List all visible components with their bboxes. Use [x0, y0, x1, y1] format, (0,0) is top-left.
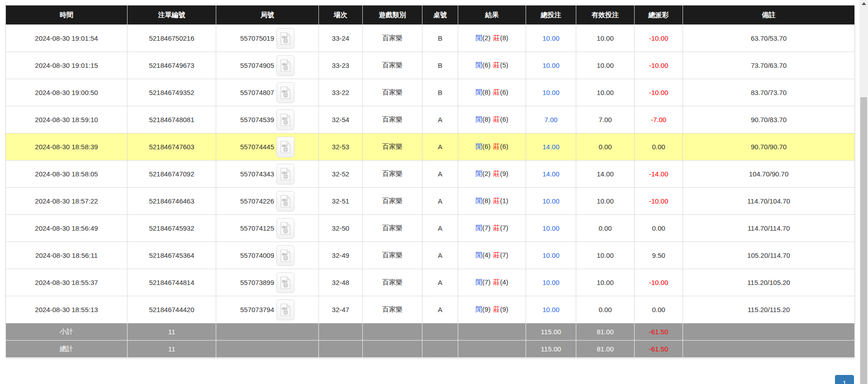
table-row: 2024-08-30 18:56:11521846745364557074009… [6, 242, 855, 269]
cell-session: 33-22 [319, 79, 363, 106]
summary-empty-result [458, 323, 526, 341]
summary-empty-game [363, 323, 422, 341]
cell-round: 557073899 [216, 269, 319, 296]
result-banker-score: (7) [500, 224, 508, 232]
summary-empty-remark [683, 341, 855, 358]
summary-total-payout: -61.50 [635, 341, 683, 358]
cell-bet-id: 521846749352 [128, 79, 216, 106]
result-banker-label: 莊 [493, 61, 500, 69]
cell-valid-bet: 0.00 [576, 296, 635, 323]
cell-total-bet: 14.00 [526, 133, 576, 161]
column-header-valid_bet: 有效投注 [576, 6, 635, 25]
result-player-score: (8) [482, 88, 490, 96]
cell-game-type: 百家樂 [363, 161, 422, 188]
cell-remark: 115.20/105.20 [683, 269, 855, 296]
scrollbar-up-arrow-icon[interactable] [859, 0, 868, 7]
round-number: 557074226 [240, 197, 274, 205]
cell-total-payout: -10.00 [635, 269, 683, 296]
column-header-remark: 備註 [683, 6, 855, 25]
result-banker-label: 莊 [493, 251, 500, 259]
round-number: 557073899 [240, 279, 274, 286]
cell-total-payout: -10.00 [635, 52, 683, 79]
result-player-score: (4) [482, 251, 490, 259]
result-banker-label: 莊 [493, 197, 500, 204]
cell-table-no: A [422, 161, 458, 188]
video-replay-button[interactable] [276, 191, 294, 212]
result-player-label: 閒 [475, 251, 482, 259]
result-player-label: 閒 [475, 34, 482, 42]
cell-session: 32-48 [319, 269, 363, 296]
column-header-bet_id: 注單編號 [128, 6, 216, 25]
video-replay-button[interactable] [276, 137, 294, 157]
video-replay-button[interactable] [276, 164, 294, 185]
video-replay-button[interactable] [276, 55, 294, 76]
cell-remark: 90.70/90.70 [683, 133, 855, 161]
video-replay-button[interactable] [276, 109, 294, 130]
video-replay-button[interactable] [276, 272, 294, 293]
cell-time: 2024-08-30 18:56:49 [6, 215, 128, 242]
summary-total-payout: -61.50 [635, 323, 683, 341]
video-replay-button[interactable] [276, 82, 294, 103]
scrollbar-thumb[interactable] [860, 97, 867, 384]
round-number: 557073794 [240, 306, 274, 313]
cell-result: 閒(8)莊(6) [458, 106, 526, 133]
cell-remark: 115.20/115.20 [683, 296, 855, 323]
column-header-table_no: 桌號 [422, 6, 458, 25]
cell-table-no: A [422, 269, 458, 296]
cell-bet-id: 521846744814 [128, 269, 216, 296]
cell-time: 2024-08-30 18:58:05 [6, 161, 128, 188]
video-replay-button[interactable] [276, 299, 294, 320]
cell-total-payout: -10.00 [635, 188, 683, 215]
cell-bet-id: 521846749673 [128, 52, 216, 79]
table-header-row: 時間注單編號局號場次遊戲類別桌號結果總投注有效投注總派彩備註 [6, 6, 855, 25]
table-row: 2024-08-30 19:01:54521846750216557075019… [6, 25, 855, 52]
cell-total-bet: 14.00 [526, 161, 576, 188]
cell-bet-id: 521846744420 [128, 296, 216, 323]
cell-total-bet: 10.00 [526, 242, 576, 269]
result-player-score: (9) [482, 305, 490, 313]
cell-time: 2024-08-30 18:59:10 [6, 106, 128, 133]
video-file-icon [280, 32, 291, 45]
vertical-scrollbar[interactable] [859, 0, 868, 384]
round-number: 557074807 [240, 89, 274, 96]
grand-total-row: 總計11115.0081.00-61.50 [6, 341, 855, 358]
summary-empty-remark [683, 323, 855, 341]
result-banker-score: (7) [500, 251, 508, 259]
cell-result: 閒(8)莊(1) [458, 188, 526, 215]
cell-table-no: A [422, 215, 458, 242]
cell-total-bet: 7.00 [526, 106, 576, 133]
table-row: 2024-08-30 19:00:50521846749352557074807… [6, 79, 855, 106]
video-file-icon [280, 276, 291, 289]
cell-time: 2024-08-30 18:55:37 [6, 269, 128, 296]
result-banker-label: 莊 [493, 305, 500, 313]
result-player-label: 閒 [475, 88, 482, 96]
result-player-score: (2) [482, 170, 490, 177]
summary-empty-round [216, 323, 319, 341]
cell-remark: 114.70/104.70 [683, 188, 855, 215]
table-row: 2024-08-30 18:55:13521846744420557073794… [6, 296, 855, 323]
round-number: 557074445 [240, 143, 274, 151]
cell-result: 閒(9)莊(9) [458, 296, 526, 323]
bet-history-panel: 時間注單編號局號場次遊戲類別桌號結果總投注有效投注總派彩備註 2024-08-3… [5, 5, 855, 358]
round-number: 557074905 [240, 62, 274, 69]
cell-round: 557074807 [216, 79, 319, 106]
cell-result: 閒(2)莊(9) [458, 161, 526, 188]
result-banker-score: (6) [500, 142, 508, 150]
cell-remark: 63.70/53.70 [683, 25, 855, 52]
cell-time: 2024-08-30 18:55:13 [6, 296, 128, 323]
cell-total-bet: 10.00 [526, 188, 576, 215]
pagination-page-1-button[interactable]: 1 [835, 375, 854, 384]
cell-remark: 105.20/114.70 [683, 242, 855, 269]
cell-total-payout: -10.00 [635, 79, 683, 106]
result-player-label: 閒 [475, 305, 482, 313]
column-header-total_payout: 總派彩 [635, 6, 683, 25]
cell-valid-bet: 10.00 [576, 269, 635, 296]
video-replay-button[interactable] [276, 218, 294, 239]
result-player-label: 閒 [475, 115, 482, 123]
video-replay-button[interactable] [276, 28, 294, 49]
table-row: 2024-08-30 18:56:49521846745932557074125… [6, 215, 855, 242]
cell-game-type: 百家樂 [363, 133, 422, 161]
cell-table-no: A [422, 242, 458, 269]
cell-remark: 73.70/63.70 [683, 52, 855, 79]
video-replay-button[interactable] [276, 245, 294, 266]
